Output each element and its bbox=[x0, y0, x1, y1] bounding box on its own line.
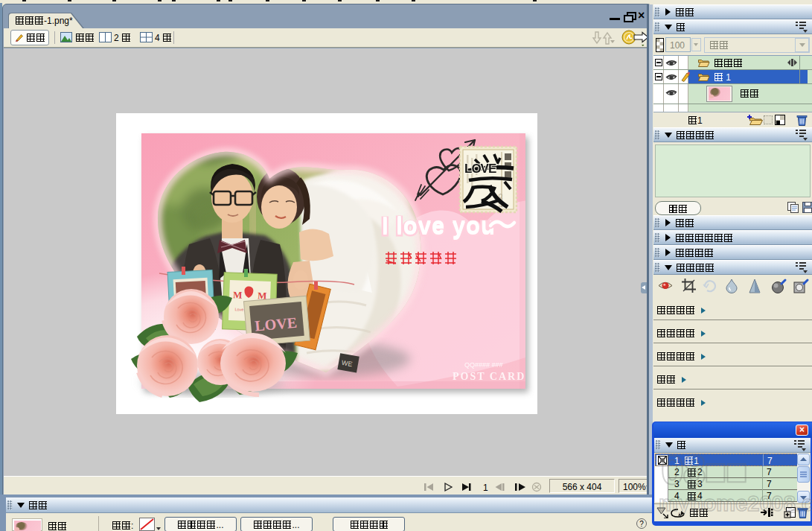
svg-text:I love you: I love you bbox=[382, 212, 496, 238]
svg-text:M: M bbox=[233, 289, 243, 300]
svg-text:LOVE: LOVE bbox=[464, 162, 496, 176]
svg-text:QQ#### ###: QQ#### ### bbox=[464, 361, 503, 369]
svg-text:POST CARD: POST CARD bbox=[453, 371, 525, 382]
svg-text:1: 1 bbox=[483, 483, 488, 493]
